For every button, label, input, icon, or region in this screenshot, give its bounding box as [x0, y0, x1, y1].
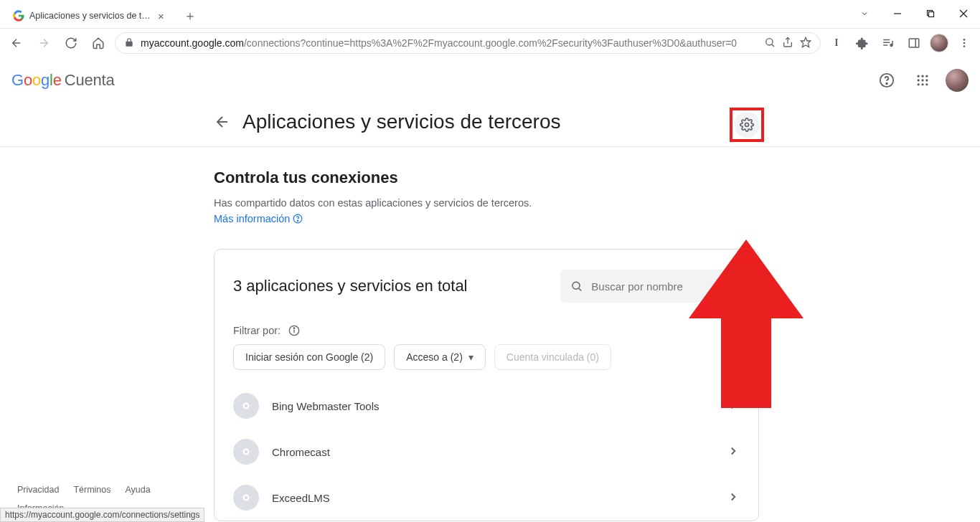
app-icon [233, 393, 259, 419]
reload-button[interactable] [60, 32, 82, 54]
footer-links: Privacidad Términos Ayuda [17, 485, 151, 495]
browser-toolbar: myaccount.google.com/connections?continu… [0, 29, 980, 57]
svg-point-20 [963, 45, 966, 47]
chip-label: Iniciar sesión con Google (2) [245, 351, 373, 363]
section-heading: Controla tus conexiones [214, 169, 760, 187]
svg-point-27 [921, 79, 923, 81]
filter-label: Filtrar por: [233, 325, 281, 336]
svg-point-30 [921, 83, 923, 85]
svg-point-36 [573, 282, 580, 289]
extension-text-icon[interactable]: I [826, 33, 847, 53]
settings-gear-button[interactable] [734, 112, 760, 138]
app-name: ExceedLMS [272, 492, 714, 504]
caret-down-icon: ▾ [468, 351, 473, 363]
window-controls [848, 2, 980, 25]
filter-chip-access[interactable]: Acceso a (2)▾ [394, 344, 486, 370]
learn-more-label: Más información [214, 213, 290, 224]
nav-forward-button[interactable] [33, 32, 55, 54]
back-arrow-icon[interactable] [214, 113, 231, 130]
svg-line-37 [579, 288, 581, 290]
svg-rect-2 [929, 12, 934, 17]
app-list: Bing Webmaster Tools Chromecast ExceedLM… [233, 383, 740, 521]
app-item[interactable]: Chromecast [233, 429, 740, 475]
close-window-button[interactable] [947, 2, 980, 25]
svg-point-22 [886, 83, 887, 85]
section-subtext: Has compartido datos con estas aplicacio… [214, 197, 760, 209]
zoom-icon[interactable] [764, 37, 776, 50]
product-name: Cuenta [65, 71, 115, 90]
apps-grid-icon[interactable] [910, 67, 936, 93]
svg-point-7 [766, 38, 773, 44]
chevron-right-icon [727, 445, 740, 460]
minimize-button[interactable] [881, 2, 914, 25]
filter-chip-signin[interactable]: Iniciar sesión con Google (2) [233, 344, 385, 370]
google-logo[interactable]: Google Cuenta [11, 71, 115, 90]
close-tab-icon[interactable]: × [156, 10, 166, 22]
svg-point-18 [963, 39, 966, 41]
card-title: 3 aplicaciones y servicios en total [233, 277, 468, 295]
tab-title: Aplicaciones y servicios de tercer [29, 11, 151, 21]
search-input[interactable] [591, 280, 730, 293]
sidepanel-icon[interactable] [904, 33, 924, 53]
account-avatar[interactable] [946, 69, 969, 92]
footer-privacy-link[interactable]: Privacidad [17, 485, 59, 495]
page-title: Aplicaciones y servicios de terceros [242, 110, 561, 133]
search-box[interactable] [560, 270, 740, 303]
footer-help-link[interactable]: Ayuda [125, 485, 150, 495]
playlist-icon[interactable] [878, 33, 898, 53]
search-icon [570, 279, 583, 293]
google-header: Google Cuenta [0, 57, 980, 103]
svg-point-24 [921, 75, 923, 77]
svg-line-8 [772, 44, 774, 46]
svg-point-31 [925, 83, 928, 85]
help-circle-icon [293, 214, 303, 224]
chip-label: Cuenta vinculada (0) [507, 351, 599, 363]
svg-point-23 [918, 75, 920, 77]
svg-rect-16 [909, 39, 919, 47]
share-icon[interactable] [782, 37, 793, 50]
svg-point-46 [245, 496, 248, 500]
browser-tab[interactable]: Aplicaciones y servicios de tercer × [6, 4, 173, 28]
svg-point-26 [918, 79, 920, 81]
app-item[interactable]: ExceedLMS [233, 475, 740, 521]
annotation-highlight-box [730, 108, 764, 142]
lock-icon [124, 37, 134, 49]
svg-point-42 [245, 404, 248, 408]
info-icon[interactable] [288, 324, 301, 337]
app-item[interactable]: Bing Webmaster Tools [233, 383, 740, 429]
svg-point-33 [745, 123, 749, 127]
svg-point-35 [298, 220, 298, 221]
svg-point-25 [925, 75, 928, 77]
favicon-google-icon [13, 10, 24, 22]
browser-tab-strip: Aplicaciones y servicios de tercer × ＋ [0, 0, 980, 29]
url-text: myaccount.google.com/connections?continu… [141, 37, 758, 49]
chevron-right-icon [727, 399, 740, 414]
address-bar[interactable]: myaccount.google.com/connections?continu… [115, 32, 821, 54]
app-name: Bing Webmaster Tools [272, 400, 714, 412]
help-icon[interactable] [874, 67, 900, 93]
filter-chip-linked: Cuenta vinculada (0) [494, 344, 611, 370]
chevron-right-icon [727, 490, 740, 506]
svg-marker-10 [801, 37, 810, 47]
chevron-down-icon[interactable] [848, 2, 881, 25]
app-icon [233, 439, 259, 465]
svg-point-40 [293, 328, 294, 328]
extensions-puzzle-icon[interactable] [852, 33, 872, 53]
app-icon [233, 485, 259, 511]
kebab-menu-icon[interactable] [954, 33, 974, 53]
svg-point-19 [963, 42, 966, 44]
nav-back-button[interactable] [6, 32, 27, 54]
connections-card: 3 aplicaciones y servicios en total Filt… [214, 249, 759, 521]
page-content: Aplicaciones y servicios de terceros Con… [0, 103, 980, 521]
learn-more-link[interactable]: Más información [214, 213, 303, 224]
browser-status-bar: https://myaccount.google.com/connections… [0, 508, 204, 522]
profile-avatar-small[interactable] [930, 34, 948, 52]
new-tab-button[interactable]: ＋ [180, 6, 200, 26]
svg-point-44 [245, 450, 248, 454]
footer-terms-link[interactable]: Términos [73, 485, 110, 495]
chip-label: Acceso a (2) [406, 351, 463, 363]
home-button[interactable] [88, 32, 109, 54]
page-header: Aplicaciones y servicios de terceros [0, 103, 980, 147]
bookmark-star-icon[interactable] [800, 37, 811, 50]
maximize-button[interactable] [914, 2, 947, 25]
